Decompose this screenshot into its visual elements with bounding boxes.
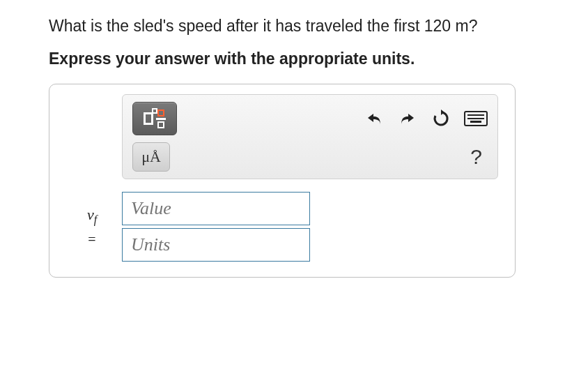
toolbar-row-1	[132, 102, 488, 135]
help-button[interactable]: ?	[470, 145, 488, 169]
equation-toolbar: μÅ ?	[122, 94, 498, 179]
undo-icon[interactable]	[364, 108, 385, 129]
redo-icon[interactable]	[397, 108, 418, 129]
templates-button[interactable]	[132, 102, 177, 135]
instruction-text: Express your answer with the appropriate…	[49, 50, 539, 68]
answer-container: μÅ ? vf =	[49, 84, 516, 278]
keyboard-icon[interactable]	[464, 111, 488, 126]
toolbar-row-2: μÅ ?	[132, 142, 488, 172]
question-text: What is the sled's speed after it has tr…	[49, 15, 539, 37]
reset-icon[interactable]	[431, 108, 451, 129]
special-chars-button[interactable]: μÅ	[132, 142, 170, 172]
units-input[interactable]	[122, 228, 310, 262]
value-input[interactable]	[122, 192, 310, 225]
equals-sign: =	[62, 231, 122, 248]
variable-subscript: f	[94, 214, 97, 226]
variable-label: vf =	[62, 206, 122, 248]
template-fraction-icon	[144, 110, 166, 128]
special-chars-label: μÅ	[141, 148, 161, 166]
variable-symbol: v	[87, 206, 94, 223]
answer-inputs: vf =	[62, 192, 502, 262]
